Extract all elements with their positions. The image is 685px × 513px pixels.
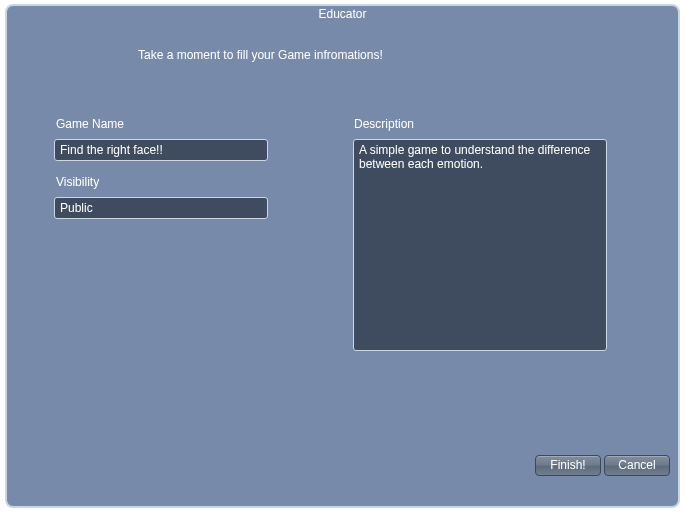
finish-button[interactable]: Finish! — [535, 455, 601, 476]
game-name-input[interactable] — [54, 139, 268, 161]
dialog-subtitle: Take a moment to fill your Game infromat… — [138, 48, 383, 62]
game-name-label: Game Name — [56, 117, 124, 131]
visibility-label: Visibility — [56, 175, 99, 189]
visibility-input[interactable] — [54, 197, 268, 219]
cancel-button[interactable]: Cancel — [604, 455, 670, 476]
dialog-title: Educator — [7, 6, 678, 22]
description-textarea[interactable]: A simple game to understand the differen… — [353, 139, 607, 351]
dialog-window: Educator Take a moment to fill your Game… — [5, 4, 680, 508]
description-label: Description — [354, 117, 414, 131]
